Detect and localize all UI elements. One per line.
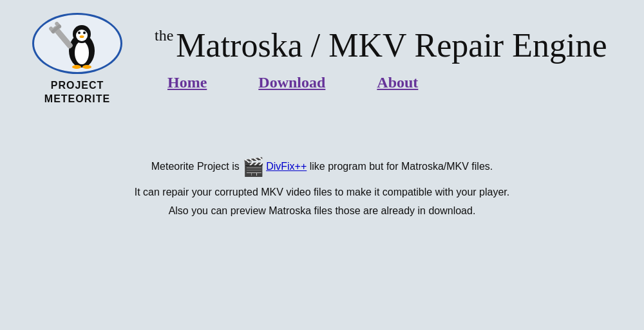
svg-point-7 — [72, 65, 81, 69]
main-content: Meteorite Project is 🎬DivFix++ like prog… — [0, 113, 644, 246]
site-title: theMatroska / MKV Repair Engine — [155, 27, 607, 64]
title-main: Matroska / MKV Repair Engine — [176, 27, 607, 64]
title-prefix: the — [155, 27, 173, 44]
nav-home[interactable]: Home — [167, 74, 207, 91]
project-name: PROJECT METEORITE — [44, 79, 110, 106]
logo-area: PROJECT METEORITE — [19, 13, 135, 106]
svg-point-1 — [75, 41, 89, 64]
divfix-link[interactable]: DivFix++ — [266, 161, 307, 172]
svg-point-6 — [80, 35, 84, 38]
nav-about[interactable]: About — [377, 74, 418, 91]
nav-download[interactable]: Download — [258, 74, 325, 91]
logo-image — [35, 15, 119, 72]
line1-end: like program but for Matroska/MKV files. — [307, 161, 493, 172]
svg-point-5 — [83, 32, 86, 34]
nav-bar: Home Download About — [167, 74, 418, 91]
svg-point-8 — [82, 65, 91, 69]
logo-oval — [32, 13, 122, 74]
line1-start: Meteorite Project is — [151, 161, 242, 172]
description-line1: Meteorite Project is 🎬DivFix++ like prog… — [52, 151, 592, 183]
svg-point-4 — [78, 32, 80, 34]
description-line2: It can repair your corrupted MKV video f… — [52, 183, 592, 202]
page-header: PROJECT METEORITE theMatroska / MKV Repa… — [0, 0, 644, 113]
clapperboard-icon: 🎬 — [242, 151, 265, 183]
title-nav-area: theMatroska / MKV Repair Engine Home Dow… — [135, 27, 625, 91]
description-line3: Also you can preview Matroska files thos… — [52, 202, 592, 221]
description-text: Meteorite Project is 🎬DivFix++ like prog… — [52, 151, 592, 221]
